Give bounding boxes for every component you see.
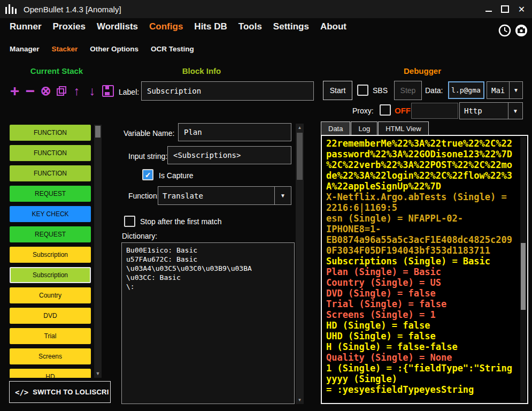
function-dropdown[interactable]: Translate ▼ xyxy=(158,186,291,205)
subnav-item-ocr-testing[interactable]: OCR Testing xyxy=(151,45,194,53)
nav-item-proxies[interactable]: Proxies xyxy=(53,21,86,32)
move-up-icon[interactable]: ↑ xyxy=(70,81,84,101)
log-line: Subscriptions (Single) = Basic xyxy=(326,256,514,267)
stack-block-function[interactable]: FUNCTION xyxy=(10,125,91,141)
debugger-log-content: 22rememberMe%22%3A%22true%22%2C%22passwo… xyxy=(322,136,514,395)
stack-block-function[interactable]: FUNCTION xyxy=(10,165,91,181)
openbullet-window: OpenBullet 1.4.3 [Anomaly] ✕ RunnerProxi… xyxy=(0,0,532,411)
sub-nav: ManagerStackerOther OptionsOCR Testing xyxy=(10,45,194,53)
stack-block-screens[interactable]: Screens xyxy=(10,348,91,364)
stack-block-dvd[interactable]: DVD xyxy=(10,308,91,324)
stack-toolbar: + − ⊗ ↑ ↓ xyxy=(7,81,115,101)
stack-block-hd[interactable]: HD xyxy=(10,369,91,378)
move-down-icon[interactable]: ↓ xyxy=(85,81,99,101)
add-block-icon[interactable]: + xyxy=(7,81,22,101)
scroll-down-icon[interactable]: ▼ xyxy=(296,398,304,402)
log-line: Plan (Single) = Basic xyxy=(326,267,514,277)
nav-item-tools[interactable]: Tools xyxy=(238,21,262,32)
stack-block-subscription[interactable]: Subscription xyxy=(10,267,91,283)
stack-block-request[interactable]: REQUEST xyxy=(10,226,91,242)
log-line: = :yesyesfieldTypeyesString xyxy=(326,384,514,395)
tab-data[interactable]: Data xyxy=(321,121,350,135)
log-line: H (Single) = false-false xyxy=(326,341,514,352)
log-line: Country (Single) = US xyxy=(326,277,514,288)
label-caption: Label: xyxy=(119,88,139,96)
input-string-input[interactable] xyxy=(167,146,291,164)
sbs-checkbox[interactable] xyxy=(357,85,368,96)
log-line: Quality (Single) = None xyxy=(326,352,514,363)
data-caption: Data: xyxy=(425,86,443,95)
save-stack-icon[interactable] xyxy=(101,81,115,101)
variable-name-caption: Variable Name: xyxy=(124,129,174,138)
log-line: esn (Single) = NFAPPL-02-IPHONE8=1-EB087… xyxy=(326,213,514,256)
proxy-type-dropdown[interactable]: Http ▼ xyxy=(459,102,523,119)
input-string-caption: Input string: xyxy=(128,152,167,161)
close-button[interactable]: ✕ xyxy=(513,0,530,18)
stack-block-request[interactable]: REQUEST xyxy=(10,186,91,202)
subnav-item-other-options[interactable]: Other Options xyxy=(90,45,138,53)
log-line: Screens (Single) = 1 xyxy=(326,309,514,320)
titlebar: OpenBullet 1.4.3 [Anomaly] ✕ xyxy=(0,0,532,18)
scroll-up-icon[interactable]: ▲ xyxy=(296,125,304,130)
maximize-button[interactable] xyxy=(497,0,513,18)
block-label-input[interactable] xyxy=(141,81,314,101)
switch-button-label: SWITCH TO LOLISCRI xyxy=(33,388,109,396)
wordlist-type-dropdown[interactable]: Mai ▼ xyxy=(487,81,523,99)
disable-block-icon[interactable]: ⊗ xyxy=(38,81,53,101)
data-input[interactable] xyxy=(448,81,484,99)
clone-block-icon[interactable] xyxy=(54,81,68,101)
minimize-button[interactable] xyxy=(480,0,497,18)
stack-block-trial[interactable]: Trial xyxy=(10,328,91,344)
debugger-header: Debugger xyxy=(369,66,476,75)
stop-after-first-match-checkbox[interactable] xyxy=(124,216,135,227)
main-nav: RunnerProxiesWordlistsConfigsHits DBTool… xyxy=(10,21,346,32)
scroll-down-icon[interactable]: ▼ xyxy=(94,371,102,376)
nav-item-hits-db[interactable]: Hits DB xyxy=(194,21,227,32)
chevron-down-icon[interactable]: ▼ xyxy=(274,187,291,204)
proxy-caption: Proxy: xyxy=(352,106,374,115)
remove-block-icon[interactable]: − xyxy=(23,81,37,101)
tab-log[interactable]: Log xyxy=(351,121,377,135)
nav-item-about[interactable]: About xyxy=(320,21,346,32)
function-value: Translate xyxy=(158,187,274,204)
block-info-scrollbar[interactable]: ▲ ▼ xyxy=(296,124,304,404)
stack-scrollbar[interactable]: ▼ xyxy=(94,125,102,378)
block-info-header: Block Info xyxy=(145,66,258,75)
step-button[interactable]: Step xyxy=(394,81,422,100)
clock-icon[interactable] xyxy=(498,24,511,37)
is-capture-label: Is Capture xyxy=(159,171,194,180)
proxy-input[interactable] xyxy=(411,103,458,119)
chevron-down-icon[interactable]: ▼ xyxy=(508,103,522,119)
camera-icon[interactable] xyxy=(515,24,528,37)
dictionary-textarea[interactable]: Bu00E1sico: Basic u57FAu672C: Basic \u03… xyxy=(121,242,295,404)
stack-scrollbar-thumb[interactable] xyxy=(95,126,101,138)
subnav-item-manager[interactable]: Manager xyxy=(10,45,40,53)
block-info-scrollbar-thumb[interactable] xyxy=(297,133,303,180)
nav-item-runner[interactable]: Runner xyxy=(10,21,42,32)
sbs-label: SBS xyxy=(373,86,388,95)
subnav-item-stacker[interactable]: Stacker xyxy=(52,45,78,53)
code-icon: </> xyxy=(15,388,28,397)
tab-html-view[interactable]: HTML View xyxy=(378,121,428,135)
stack-block-country[interactable]: Country xyxy=(10,287,91,303)
log-line: yyyy (Single) xyxy=(326,374,514,384)
proxy-type-value: Http xyxy=(460,103,508,119)
proxy-checkbox[interactable] xyxy=(380,104,391,116)
stack-block-function[interactable]: FUNCTION xyxy=(10,145,91,161)
minimize-icon xyxy=(485,11,492,12)
switch-to-loliscript-button[interactable]: </> SWITCH TO LOLISCRI xyxy=(9,381,111,403)
stack-block-subscription[interactable]: Subscription xyxy=(10,247,91,263)
proxy-status: OFF xyxy=(395,106,411,115)
nav-item-configs[interactable]: Configs xyxy=(149,21,183,32)
nav-item-settings[interactable]: Settings xyxy=(273,21,309,32)
nav-item-wordlists[interactable]: Wordlists xyxy=(97,21,138,32)
stack-block-key-check[interactable]: KEY CHECK xyxy=(10,206,91,222)
variable-name-input[interactable] xyxy=(178,123,291,141)
is-capture-checkbox[interactable]: ✓ xyxy=(142,169,153,180)
log-line: DVD (Single) = false xyxy=(326,288,514,299)
wordlist-type-value: Mai xyxy=(487,82,509,98)
log-scrollbar-thumb[interactable] xyxy=(521,243,526,310)
start-button[interactable]: Start xyxy=(323,81,352,100)
log-line: X-Netflix.Argo.abTests (Single) = 2216:6… xyxy=(326,192,514,213)
chevron-down-icon[interactable]: ▼ xyxy=(509,82,522,98)
